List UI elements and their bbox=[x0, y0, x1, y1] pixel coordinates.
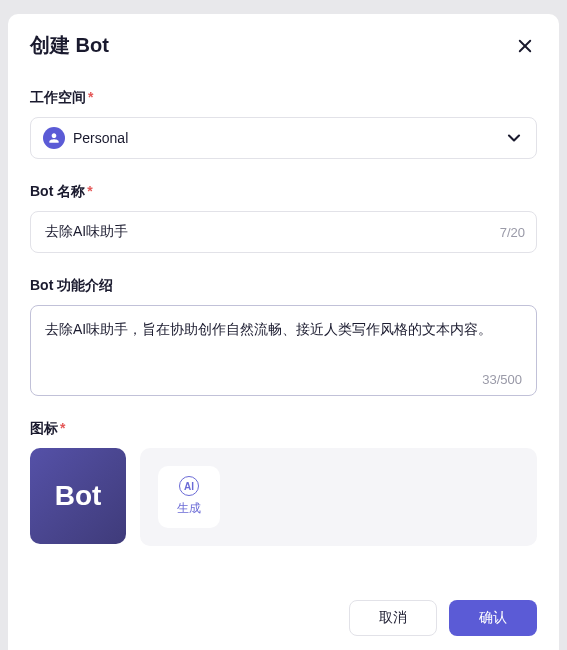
bot-desc-counter: 33/500 bbox=[482, 372, 522, 387]
generate-label: 生成 bbox=[177, 500, 201, 517]
bot-name-label: Bot 名称* bbox=[30, 183, 537, 201]
icon-field: 图标* Bot AI 生成 bbox=[30, 420, 537, 546]
dialog-title: 创建 Bot bbox=[30, 32, 109, 59]
icon-preview[interactable]: Bot bbox=[30, 448, 126, 544]
bot-name-field: Bot 名称* 7/20 bbox=[30, 183, 537, 253]
dialog-header: 创建 Bot bbox=[8, 14, 559, 73]
cancel-button[interactable]: 取消 bbox=[349, 600, 437, 636]
ai-icon: AI bbox=[179, 476, 199, 496]
user-icon bbox=[43, 127, 65, 149]
bot-desc-field: Bot 功能介绍 去除AI味助手，旨在协助创作自然流畅、接近人类写作风格的文本内… bbox=[30, 277, 537, 396]
icon-options-panel: AI 生成 bbox=[140, 448, 537, 546]
confirm-button[interactable]: 确认 bbox=[449, 600, 537, 636]
workspace-label: 工作空间* bbox=[30, 89, 537, 107]
icon-label: 图标* bbox=[30, 420, 537, 438]
create-bot-dialog: 创建 Bot 工作空间* Personal bbox=[8, 14, 559, 650]
bot-desc-textarea[interactable]: 去除AI味助手，旨在协助创作自然流畅、接近人类写作风格的文本内容。 bbox=[45, 318, 522, 363]
bot-desc-label: Bot 功能介绍 bbox=[30, 277, 537, 295]
required-mark: * bbox=[87, 183, 92, 199]
dialog-footer: 取消 确认 bbox=[8, 586, 559, 650]
close-button[interactable] bbox=[513, 34, 537, 58]
workspace-value: Personal bbox=[73, 130, 504, 146]
bot-name-input[interactable] bbox=[30, 211, 537, 253]
required-mark: * bbox=[88, 89, 93, 105]
icon-preview-text: Bot bbox=[55, 480, 102, 512]
close-icon bbox=[516, 37, 534, 55]
chevron-down-icon bbox=[504, 128, 524, 148]
required-mark: * bbox=[60, 420, 65, 436]
dialog-body: 工作空间* Personal Bot 名称* 7/20 Bot bbox=[8, 73, 559, 586]
generate-icon-button[interactable]: AI 生成 bbox=[158, 466, 220, 528]
workspace-select[interactable]: Personal bbox=[30, 117, 537, 159]
bot-name-counter: 7/20 bbox=[500, 225, 525, 240]
workspace-field: 工作空间* Personal bbox=[30, 89, 537, 159]
